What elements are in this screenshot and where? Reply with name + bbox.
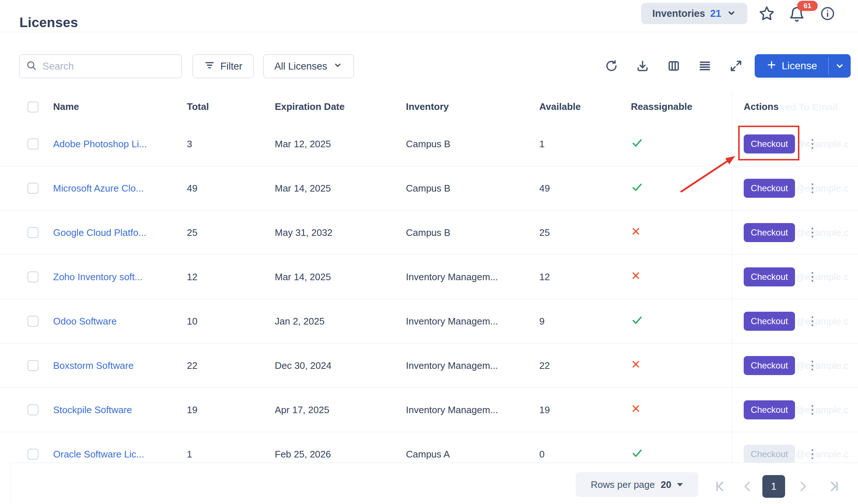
column-header-inventory: Inventory [406, 101, 539, 112]
inventory-cell: Campus B [406, 211, 539, 255]
row-checkbox[interactable] [27, 360, 38, 371]
add-license-dropdown-toggle[interactable] [829, 54, 851, 78]
license-scope-dropdown[interactable]: All Licenses [263, 54, 354, 78]
search-input[interactable] [42, 60, 164, 73]
last-page-button[interactable] [826, 479, 841, 494]
license-name-link[interactable]: Oracle Software Lic... [53, 449, 144, 460]
columns-icon[interactable] [663, 56, 684, 76]
row-checkbox[interactable] [27, 449, 38, 460]
total-cell: 1 [187, 432, 275, 463]
total-cell: 12 [187, 255, 275, 299]
row-checkbox[interactable] [27, 404, 38, 415]
expiration-cell: Dec 30, 2024 [275, 344, 406, 388]
expiration-cell: Apr 17, 2025 [275, 388, 406, 432]
row-menu-kebab-icon[interactable] [809, 359, 816, 373]
available-cell: 25 [539, 211, 629, 255]
inventory-cell: Inventory Managem... [406, 388, 539, 432]
expiration-cell: Mar 14, 2025 [275, 166, 406, 210]
license-name-link[interactable]: Google Cloud Platfo... [53, 227, 146, 238]
annotation-highlight-box [738, 126, 799, 160]
column-header-reassignable: Reassignable [629, 101, 732, 112]
add-license-label: License [782, 60, 817, 72]
search-box[interactable] [19, 54, 182, 78]
ghost-email-text: e@example.c [790, 404, 848, 416]
row-density-icon[interactable] [695, 56, 715, 76]
row-checkbox[interactable] [27, 227, 38, 238]
checkout-button[interactable]: Checkout [744, 356, 795, 375]
license-name-link[interactable]: Zoho Inventory soft... [53, 271, 143, 283]
ghost-email-text: e@example.c [790, 271, 848, 283]
row-checkbox[interactable] [27, 183, 38, 194]
select-all-checkbox[interactable] [27, 101, 38, 112]
star-icon[interactable] [758, 4, 776, 23]
previous-page-button[interactable] [740, 479, 755, 494]
row-menu-kebab-icon[interactable] [809, 403, 816, 417]
column-header-available: Available [539, 101, 629, 112]
row-menu-kebab-icon[interactable] [809, 314, 816, 329]
row-menu-kebab-icon[interactable] [809, 226, 816, 240]
x-icon [631, 359, 641, 372]
info-icon[interactable] [819, 5, 836, 22]
total-cell: 25 [187, 211, 275, 255]
available-cell: 12 [539, 255, 629, 299]
license-name-link[interactable]: Adobe Photoshop Li... [53, 138, 147, 150]
filter-label: Filter [221, 61, 243, 72]
notification-badge: 61 [797, 1, 818, 11]
checkout-button[interactable]: Checkout [744, 223, 795, 242]
current-page-indicator[interactable]: 1 [762, 475, 785, 498]
chevron-down-icon [726, 8, 736, 19]
rows-per-page-label: Rows per page [591, 479, 655, 490]
row-menu-kebab-icon[interactable] [809, 137, 816, 151]
available-cell: 49 [539, 166, 629, 210]
table-row: Zoho Inventory soft...12Mar 14, 2025Inve… [0, 255, 858, 299]
table-row: Oracle Software Lic...1Feb 25, 2026Campu… [0, 432, 858, 463]
available-cell: 9 [539, 299, 629, 343]
row-menu-kebab-icon[interactable] [809, 181, 816, 196]
table-row: Microsoft Azure Clo...49Mar 14, 2025Camp… [0, 166, 858, 211]
filter-button[interactable]: Filter [192, 54, 254, 78]
license-name-link[interactable]: Microsoft Azure Clo... [53, 183, 144, 194]
expand-fullscreen-icon[interactable] [726, 56, 746, 76]
available-cell: 22 [539, 344, 629, 388]
next-page-button[interactable] [795, 479, 810, 494]
available-cell: 1 [539, 122, 629, 166]
checkout-button[interactable]: Checkout [744, 179, 795, 198]
pagination-bar: Rows per page 20 1 [10, 463, 858, 504]
row-menu-kebab-icon[interactable] [809, 270, 816, 284]
checkout-button[interactable]: Checkout [744, 267, 795, 286]
checkout-button[interactable]: Checkout [744, 312, 795, 331]
rows-per-page-dropdown[interactable]: Rows per page 20 [576, 472, 698, 497]
add-license-button[interactable]: License [755, 54, 828, 78]
first-page-button[interactable] [713, 479, 728, 494]
inventory-cell: Inventory Managem... [406, 344, 539, 388]
plus-icon [766, 59, 777, 73]
total-cell: 3 [187, 122, 275, 166]
row-menu-kebab-icon[interactable] [809, 447, 816, 462]
rows-per-page-value: 20 [661, 479, 671, 490]
x-icon [631, 404, 641, 416]
top-bar: Licenses Inventories 21 61 [0, 0, 858, 32]
row-checkbox[interactable] [27, 316, 38, 327]
ghost-email-text: e@example.c [790, 227, 848, 238]
inventory-cell: Campus B [406, 122, 539, 166]
row-checkbox[interactable] [27, 271, 38, 282]
license-name-link[interactable]: Stockpile Software [53, 404, 132, 416]
table-row: Odoo Software10Jan 2, 2025Inventory Mana… [0, 299, 858, 344]
total-cell: 19 [187, 388, 275, 432]
export-download-icon[interactable] [632, 56, 653, 76]
check-icon [631, 447, 643, 462]
row-checkbox[interactable] [27, 138, 38, 149]
page-title: Licenses [19, 15, 78, 30]
refresh-icon[interactable] [601, 56, 622, 76]
inventory-cell: Campus B [406, 166, 539, 210]
license-name-link[interactable]: Boxstorm Software [53, 360, 134, 371]
table-header-row: Name Total Expiration Date Inventory Ava… [0, 92, 858, 122]
checkout-button[interactable]: Checkout [744, 400, 795, 419]
search-icon [26, 60, 37, 73]
inventories-selector[interactable]: Inventories 21 [641, 3, 747, 24]
actions-column-divider [732, 92, 732, 463]
expiration-cell: Jan 2, 2025 [275, 299, 406, 343]
chevron-down-icon [333, 60, 343, 73]
license-name-link[interactable]: Odoo Software [53, 316, 117, 327]
ghost-email-text: e@example.c [790, 183, 848, 194]
